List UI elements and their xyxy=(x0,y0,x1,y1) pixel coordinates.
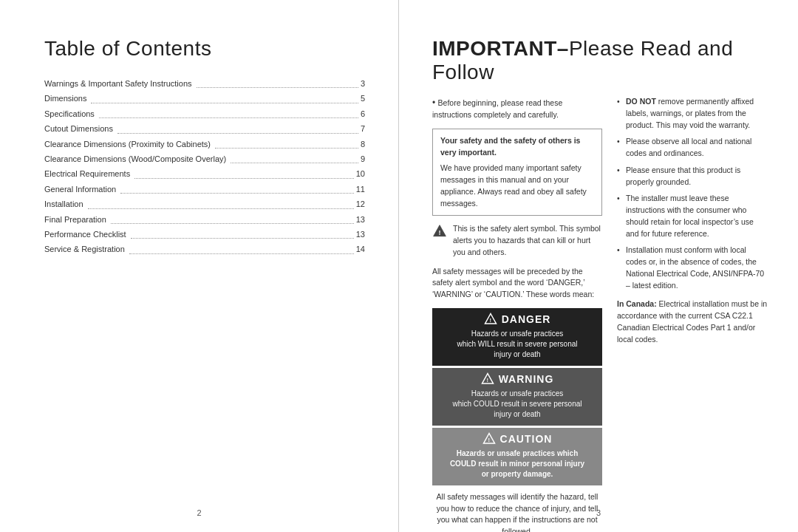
toc-item-label: Clearance Dimensions (Wood/Composite Ove… xyxy=(44,154,226,165)
danger-desc: Hazards or unsafe practices which WILL r… xyxy=(441,329,593,360)
warning-desc: Hazards or unsafe practices which COULD … xyxy=(441,389,593,420)
right-bullets-container: DO NOT remove permanently affixed labels… xyxy=(617,96,768,291)
safety-box-body: We have provided many important safety m… xyxy=(440,163,594,209)
toc-item-label: Clearance Dimensions (Proximity to Cabin… xyxy=(44,139,211,150)
warning-box: ! WARNING Hazards or unsafe practices wh… xyxy=(432,368,602,426)
page-container: Table of Contents Warnings & Important S… xyxy=(0,0,798,532)
safety-box: Your safety and the safety of others is … xyxy=(432,129,602,216)
alert-symbol-text: This is the safety alert symbol. This sy… xyxy=(453,223,602,258)
caution-label: CAUTION xyxy=(500,433,553,445)
toc-item: Electrical Requirements 10 xyxy=(44,168,365,180)
right-columns: Before beginning, please read these inst… xyxy=(432,96,768,532)
toc-dots xyxy=(117,133,358,134)
toc-item-label: Installation xyxy=(44,199,83,210)
toc-page-number: 13 xyxy=(356,229,365,240)
bullet-intro: Before beginning, please read these inst… xyxy=(432,96,602,121)
toc-item: Clearance Dimensions (Proximity to Cabin… xyxy=(44,139,365,150)
toc-item-label: General Information xyxy=(44,184,116,195)
toc-page-number: 5 xyxy=(361,93,365,104)
warning-header: ! WARNING xyxy=(441,372,593,386)
caution-header: ! CAUTION xyxy=(441,432,593,446)
toc-dots xyxy=(131,238,354,239)
toc-item: General Information 11 xyxy=(44,184,365,195)
important-title: IMPORTANT–Please Read and Follow xyxy=(432,37,768,84)
toc-item: Performance Checklist 13 xyxy=(44,229,365,240)
toc-item-label: Dimensions xyxy=(44,93,86,104)
toc-item-label: Cutout Dimensions xyxy=(44,123,113,134)
toc-list: Warnings & Important Safety Instructions… xyxy=(44,78,365,256)
toc-page-number: 12 xyxy=(356,199,365,210)
toc-item: Installation 12 xyxy=(44,199,365,210)
danger-icon: ! xyxy=(484,313,497,326)
toc-item-label: Electrical Requirements xyxy=(44,168,130,180)
caution-icon: ! xyxy=(482,432,496,446)
right-page: IMPORTANT–Please Read and Follow Before … xyxy=(399,0,798,532)
toc-page-number: 9 xyxy=(361,154,365,165)
toc-dots xyxy=(134,178,354,179)
svg-text:!: ! xyxy=(438,229,440,236)
right-page-number: 3 xyxy=(596,508,601,517)
toc-page-number: 6 xyxy=(361,109,365,120)
right-col-left: Before beginning, please read these inst… xyxy=(432,96,602,532)
toc-page-number: 11 xyxy=(356,184,365,195)
right-bullet-0: DO NOT remove permanently affixed labels… xyxy=(617,96,768,131)
left-page-number: 2 xyxy=(197,508,201,517)
caution-box: ! CAUTION Hazards or unsafe practices wh… xyxy=(432,428,602,485)
right-bullet-1: Please observe all local and national co… xyxy=(617,136,768,160)
warning-icon: ! xyxy=(481,372,494,386)
left-page: Table of Contents Warnings & Important S… xyxy=(0,0,399,532)
toc-item: Dimensions 5 xyxy=(44,93,365,104)
in-canada: In Canada: Electrical installation must … xyxy=(617,299,768,345)
svg-text:!: ! xyxy=(486,377,488,383)
toc-dots xyxy=(99,117,358,118)
toc-item: Cutout Dimensions 7 xyxy=(44,123,365,134)
danger-box: ! DANGER Hazards or unsafe practices whi… xyxy=(432,308,602,366)
important-title-bold: IMPORTANT– xyxy=(432,37,569,60)
toc-dots xyxy=(197,87,358,88)
toc-page-number: 10 xyxy=(356,168,365,180)
safety-footer: All safety messages will identify the ha… xyxy=(432,491,602,532)
alert-triangle-icon: ! xyxy=(432,224,447,239)
toc-title: Table of Contents xyxy=(44,37,365,61)
right-bullet-4: Installation must conform with local cod… xyxy=(617,245,768,291)
toc-item-label: Final Preparation xyxy=(44,214,106,225)
toc-item-label: Service & Registration xyxy=(44,244,125,255)
toc-page-number: 7 xyxy=(361,123,365,134)
svg-text:!: ! xyxy=(488,437,490,443)
toc-item-label: Performance Checklist xyxy=(44,229,126,240)
caution-desc: Hazards or unsafe practices which COULD … xyxy=(441,449,593,480)
safety-box-heading: Your safety and the safety of others is … xyxy=(440,135,594,159)
toc-dots xyxy=(129,253,354,254)
toc-item-label: Warnings & Important Safety Instructions xyxy=(44,78,192,89)
toc-dots xyxy=(231,163,358,163)
toc-item: Clearance Dimensions (Wood/Composite Ove… xyxy=(44,154,365,165)
right-bullet-2: Please ensure that this product is prope… xyxy=(617,165,768,188)
toc-page-number: 3 xyxy=(361,78,365,89)
toc-dots xyxy=(111,223,354,224)
toc-item-label: Specifications xyxy=(44,109,95,120)
toc-item: Specifications 6 xyxy=(44,109,365,120)
toc-dots xyxy=(88,208,354,209)
right-col-right: DO NOT remove permanently affixed labels… xyxy=(617,96,768,532)
right-bullet-3: The installer must leave these instructi… xyxy=(617,193,768,239)
danger-header: ! DANGER xyxy=(441,313,593,326)
danger-label: DANGER xyxy=(502,313,551,325)
toc-item: Service & Registration 14 xyxy=(44,244,365,255)
in-canada-label: In Canada: xyxy=(617,299,657,308)
toc-dots xyxy=(120,193,354,194)
toc-dots xyxy=(91,103,358,103)
warning-label: WARNING xyxy=(499,373,554,385)
toc-item: Warnings & Important Safety Instructions… xyxy=(44,78,365,89)
toc-page-number: 8 xyxy=(361,139,365,150)
toc-item: Final Preparation 13 xyxy=(44,214,365,225)
toc-dots xyxy=(215,148,358,149)
alert-symbol-row: ! This is the safety alert symbol. This … xyxy=(432,223,602,258)
svg-text:!: ! xyxy=(489,317,491,324)
toc-page-number: 14 xyxy=(356,244,365,255)
toc-page-number: 13 xyxy=(356,214,365,225)
safety-note: All safety messages will be preceded by … xyxy=(432,266,602,301)
